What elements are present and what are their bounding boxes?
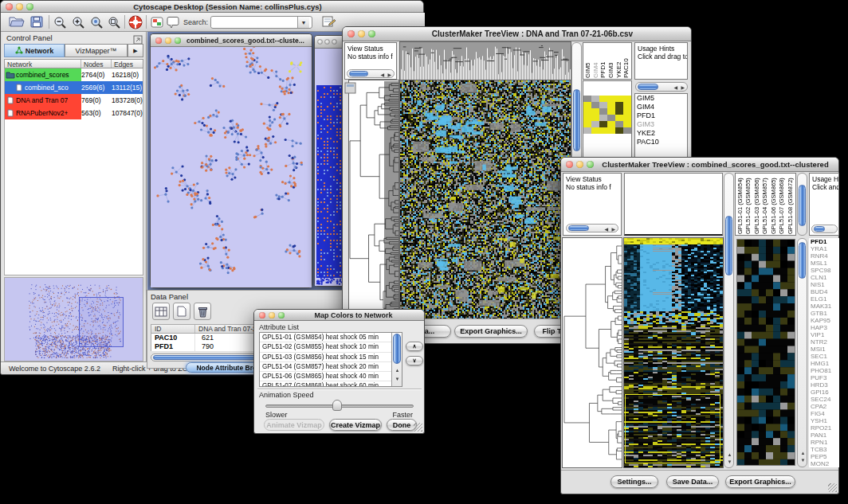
column-gene-label[interactable]: GIM4 xyxy=(592,44,600,78)
view-status-scrollbar[interactable]: ◀ ▶ xyxy=(347,69,395,78)
scroll-left-icon[interactable]: ◀ xyxy=(673,85,677,90)
scroll-up-icon[interactable]: ▲ xyxy=(801,451,806,455)
zoom-window-icon[interactable] xyxy=(368,30,375,37)
gene-item[interactable]: HRD3 xyxy=(809,381,839,389)
gene-item[interactable]: PAC10 xyxy=(635,138,687,147)
gene-item[interactable]: HAP3 xyxy=(809,324,839,331)
tab-vizmapper[interactable]: VizMapper™ xyxy=(65,44,128,57)
table-mode-button[interactable] xyxy=(152,303,170,320)
col-edges[interactable]: Edges xyxy=(112,60,143,68)
close-icon[interactable] xyxy=(259,312,265,318)
attribute-item[interactable]: GPL51-02 (GSM855) heat shock 10 min xyxy=(260,342,391,352)
new-attribute-button[interactable] xyxy=(173,303,190,320)
export-graphics-button[interactable]: Export Graphics... xyxy=(725,475,795,488)
zoom-window-icon[interactable] xyxy=(175,37,181,44)
gene-item[interactable]: RPN1 xyxy=(809,439,839,446)
treeview2-zoom-heatmap[interactable] xyxy=(737,240,795,465)
col-network[interactable]: Network xyxy=(5,60,81,68)
column-gene-label[interactable]: GIM5 xyxy=(584,44,592,78)
slider-thumb[interactable] xyxy=(332,400,342,411)
col-nodes[interactable]: Nodes xyxy=(81,60,112,68)
view-status-scrollbar[interactable]: ◀ ▶ xyxy=(566,224,618,232)
network-view-titlebar[interactable]: combined_scores_good.txt--cluste... xyxy=(151,34,312,47)
zoom-window-icon[interactable] xyxy=(587,161,594,168)
treeview1-heatmap[interactable] xyxy=(400,80,571,318)
zoom-in-icon[interactable] xyxy=(72,16,85,32)
resize-grip[interactable] xyxy=(414,423,422,432)
gene-item[interactable]: YRA1 xyxy=(809,245,839,252)
main-titlebar[interactable]: Cytoscape Desktop (Session Name: collins… xyxy=(1,1,423,13)
close-icon[interactable] xyxy=(566,161,573,168)
network-row[interactable]: combined_sco 2569(6) 13112(15) xyxy=(5,81,143,94)
gene-list-vscroll[interactable]: ▲ ▼ xyxy=(797,238,807,467)
attribute-item[interactable]: GPL51-06 (GSM865) heat shock 40 min xyxy=(260,372,391,381)
gene-item[interactable]: VIP1 xyxy=(809,331,839,338)
treeview1-column-dendrogram[interactable] xyxy=(400,42,571,80)
gene-item[interactable]: GIM5 xyxy=(635,94,687,103)
scroll-right-icon[interactable]: ▶ xyxy=(681,85,685,90)
column-labels-vscroll[interactable] xyxy=(797,173,807,236)
minimize-icon[interactable] xyxy=(324,39,330,45)
zoom-selected-icon[interactable] xyxy=(90,16,104,32)
gene-item[interactable]: YSH1 xyxy=(809,417,839,424)
animate-vizmap-button[interactable]: Animate Vizmap xyxy=(264,419,324,431)
search-input[interactable] xyxy=(211,18,297,27)
close-icon[interactable] xyxy=(155,37,162,44)
minimize-icon[interactable] xyxy=(269,312,275,318)
treeview2-column-tree-area[interactable] xyxy=(624,173,723,236)
treeview2-titlebar[interactable]: ClusterMaker TreeView : combined_scores_… xyxy=(561,158,838,172)
usage-hints-scrollbar[interactable] xyxy=(811,225,838,233)
export-graphics-button[interactable]: Export Graphics... xyxy=(454,325,528,338)
scroll-left-icon[interactable]: ◀ xyxy=(380,72,384,77)
help-icon[interactable] xyxy=(128,15,143,33)
scroll-down-icon[interactable]: ▼ xyxy=(728,459,732,464)
gene-item[interactable]: GIM3 xyxy=(635,120,687,129)
detach-panel-icon[interactable] xyxy=(344,82,356,97)
treeview2-row-dendrogram[interactable] xyxy=(563,238,622,467)
gene-item[interactable]: CPA2 xyxy=(809,403,839,410)
array-column-label[interactable]: GPL51-02 (GSM855) xyxy=(744,174,752,234)
treeview2-vscroll[interactable]: ▲ ▼ xyxy=(724,173,734,468)
gene-item[interactable]: TCB3 xyxy=(809,446,839,453)
attribute-list-vscroll[interactable]: ▲ ▼ xyxy=(391,333,402,386)
gene-item[interactable]: YKE2 xyxy=(635,129,687,138)
network-row[interactable]: DNA and Tran 07 769(0) 183728(0) xyxy=(5,94,143,107)
scroll-up-icon[interactable]: ▲ xyxy=(395,368,400,373)
done-button[interactable]: Done xyxy=(387,419,417,431)
gene-item[interactable]: GIM4 xyxy=(635,103,687,111)
close-icon[interactable] xyxy=(6,3,13,10)
gene-item[interactable]: RNR4 xyxy=(809,252,839,260)
column-gene-label[interactable]: YKE2 xyxy=(615,44,623,78)
attribute-item[interactable]: GPL51-01 (GSM854) heat shock 05 min xyxy=(260,333,391,342)
scroll-down-icon[interactable]: ▼ xyxy=(801,458,806,463)
gene-item[interactable]: MON2 xyxy=(809,460,839,467)
scroll-left-icon[interactable]: ◀ xyxy=(604,227,608,232)
treeview1-row-dendrogram[interactable] xyxy=(349,80,398,318)
close-icon[interactable] xyxy=(317,39,323,45)
attribute-item[interactable]: GPL51-04 (GSM857) heat shock 20 min xyxy=(260,362,391,372)
column-gene-label[interactable]: GIM3 xyxy=(607,44,615,78)
gene-item[interactable]: MSI1 xyxy=(809,346,839,353)
create-vizmap-button[interactable]: Create Vizmap xyxy=(329,419,382,431)
gene-item[interactable]: SPC98 xyxy=(809,267,839,274)
settings-button[interactable]: Settings... xyxy=(610,475,658,488)
treeview1-mini-heatmap[interactable] xyxy=(583,96,631,134)
treeview2-heatmap[interactable] xyxy=(624,238,723,467)
gene-item[interactable]: NIS1 xyxy=(809,281,839,288)
annotation-icon[interactable] xyxy=(167,16,180,32)
gene-item[interactable]: MAK31 xyxy=(809,303,839,310)
gene-item[interactable]: RPO21 xyxy=(809,424,839,432)
scroll-right-icon[interactable]: ▶ xyxy=(611,227,615,232)
gene-item[interactable]: PFD1 xyxy=(809,238,839,245)
array-column-label[interactable]: GPL51-01 (GSM854) xyxy=(736,174,744,234)
col-id[interactable]: ID xyxy=(151,325,195,333)
network-row[interactable]: RNAPuberNov2+ 563(0) 107847(0) xyxy=(5,107,143,119)
gene-item[interactable]: PHO81 xyxy=(809,367,839,374)
zoom-fit-icon[interactable] xyxy=(108,16,121,32)
minimize-icon[interactable] xyxy=(576,161,583,168)
gene-list-hscroll[interactable]: ◀ ▶ xyxy=(635,82,688,92)
save-data-button[interactable]: Save Data... xyxy=(666,475,719,488)
network-overview-canvas[interactable] xyxy=(5,278,143,361)
open-file-icon[interactable] xyxy=(9,16,25,31)
gene-item[interactable]: SEC1 xyxy=(809,353,839,360)
